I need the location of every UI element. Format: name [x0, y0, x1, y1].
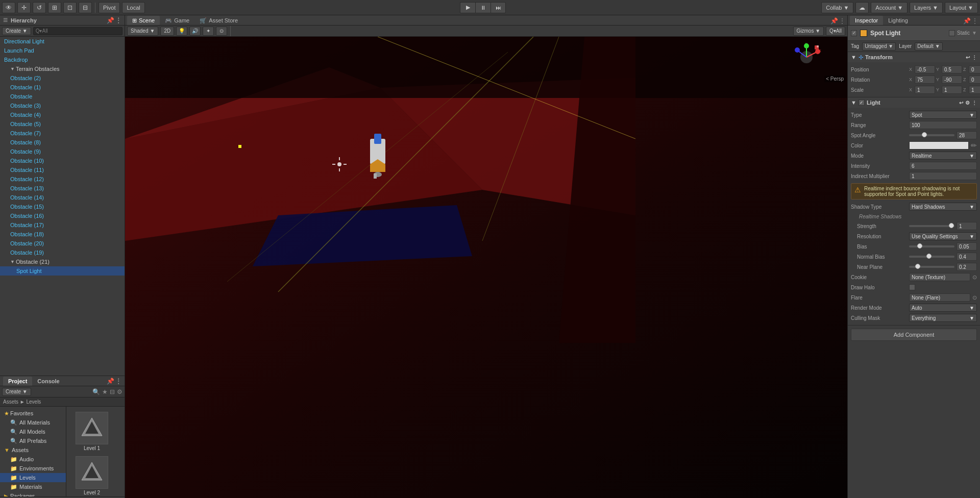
light-enabled-checkbox[interactable]: ✓	[859, 99, 865, 106]
tab-asset-store[interactable]: 🛒 Asset Store	[194, 16, 243, 25]
rot-y[interactable]: -90	[942, 76, 962, 84]
light-menu[interactable]: ⋮	[972, 100, 977, 106]
layout-button[interactable]: Layout ▼	[945, 2, 978, 13]
normal-bias-value[interactable]: 0.4	[957, 253, 977, 261]
list-item[interactable]: Obstacle	[0, 92, 125, 101]
sidebar-assets[interactable]: ▼ Assets	[0, 445, 66, 455]
list-item[interactable]: Launch Pad	[0, 46, 125, 55]
rot-z[interactable]: 0	[969, 76, 980, 84]
tab-console[interactable]: Console	[32, 377, 64, 386]
light-header[interactable]: ▼ ✓ Light ↩ ⚙ ⋮	[848, 97, 980, 108]
static-dropdown[interactable]: ▼	[972, 30, 977, 36]
light-reset[interactable]: ↩	[959, 100, 963, 106]
transform-menu[interactable]: ⋮	[972, 55, 977, 60]
near-plane-value[interactable]: 0.2	[957, 263, 977, 271]
mode-dropdown[interactable]: Realtime ▼	[909, 152, 977, 160]
project-settings-icon[interactable]: ⚙	[117, 388, 122, 395]
strength-slider[interactable]	[909, 225, 954, 227]
sidebar-all-prefabs[interactable]: 🔍 All Prefabs	[0, 436, 66, 445]
scene-effects-icon[interactable]: ✦	[203, 27, 214, 36]
scale-z[interactable]: 1	[969, 86, 980, 94]
pause-button[interactable]: ⏸	[475, 2, 491, 13]
list-item[interactable]: Obstacle (13)	[0, 184, 125, 193]
list-item[interactable]: Directional Light	[0, 37, 125, 46]
color-picker-icon[interactable]: ✏	[971, 141, 977, 150]
list-item[interactable]: ▼Obstacle (21)	[0, 257, 125, 266]
pivot-button[interactable]: Pivot	[99, 2, 120, 13]
play-button[interactable]: ▶	[460, 2, 475, 13]
rot-x[interactable]: 75	[915, 76, 935, 84]
shading-dropdown[interactable]: Shaded ▼	[127, 27, 158, 36]
layer-dropdown[interactable]: Default ▼	[915, 42, 942, 51]
strength-value[interactable]: 1	[957, 222, 977, 230]
list-item[interactable]: Obstacle (19)	[0, 248, 125, 257]
bias-slider[interactable]	[909, 245, 954, 247]
bias-thumb[interactable]	[917, 243, 922, 248]
pos-z[interactable]: 0	[969, 65, 980, 73]
step-button[interactable]: ⏭	[491, 2, 506, 13]
tab-lighting[interactable]: Lighting	[883, 16, 913, 25]
range-value[interactable]: 100	[909, 121, 977, 129]
refresh-icon[interactable]: ↺	[33, 2, 46, 13]
inspector-menu[interactable]: ⋮	[972, 17, 978, 24]
asset-level1[interactable]: Level 1	[71, 412, 112, 451]
project-menu[interactable]: ⋮	[115, 378, 121, 385]
scene-light-icon[interactable]: 💡	[176, 27, 187, 36]
hierarchy-spot-light[interactable]: Spot Light	[0, 266, 125, 276]
list-item[interactable]: Obstacle (7)	[0, 129, 125, 138]
sidebar-environments[interactable]: 📁 Environments	[0, 464, 66, 473]
eye-icon[interactable]: 👁	[2, 2, 15, 13]
intensity-value[interactable]: 6	[909, 162, 977, 170]
static-checkbox[interactable]	[949, 30, 955, 36]
hierarchy-pin[interactable]: 📌	[107, 17, 114, 24]
list-item[interactable]: ▼Terrain Obstacles	[0, 64, 125, 73]
list-item[interactable]: Obstacle (20)	[0, 239, 125, 248]
rect-icon[interactable]: ⊟	[79, 2, 92, 13]
list-item[interactable]: Obstacle (3)	[0, 101, 125, 110]
spot-angle-value[interactable]: 28	[957, 131, 977, 139]
scale-icon[interactable]: ⊡	[63, 2, 77, 13]
transform-header[interactable]: ▼ ⊹ Transform ↩ ⋮	[848, 52, 980, 62]
tab-scene[interactable]: ⊞ Scene	[127, 16, 160, 25]
layers-button[interactable]: Layers ▼	[910, 2, 943, 13]
flare-value[interactable]: None (Flare)	[909, 293, 970, 302]
list-item[interactable]: Obstacle (10)	[0, 156, 125, 165]
tab-game[interactable]: 🎮 Game	[160, 16, 194, 25]
list-item[interactable]: Obstacle (4)	[0, 110, 125, 119]
list-item[interactable]: Obstacle (15)	[0, 202, 125, 211]
sidebar-materials[interactable]: 📁 Materials	[0, 482, 66, 491]
normal-bias-thumb[interactable]	[926, 254, 932, 259]
cookie-value[interactable]: None (Texture)	[909, 273, 970, 281]
cookie-picker[interactable]: ⊙	[972, 274, 977, 281]
project-create-btn[interactable]: Create ▼	[2, 388, 31, 396]
list-item[interactable]: Obstacle (11)	[0, 165, 125, 175]
scale-x[interactable]: 1	[915, 86, 935, 94]
list-item[interactable]: Obstacle (9)	[0, 147, 125, 156]
near-plane-thumb[interactable]	[915, 264, 920, 269]
tab-project[interactable]: Project	[3, 377, 32, 386]
select-icon[interactable]: ⊞	[48, 2, 61, 13]
transform-reset[interactable]: ↩	[966, 55, 970, 60]
list-item[interactable]: Obstacle (17)	[0, 220, 125, 230]
scene-audio-icon[interactable]: 🔊	[189, 27, 201, 36]
scene-hidden-icon[interactable]: ⊙	[216, 27, 227, 36]
near-plane-slider[interactable]	[909, 266, 954, 268]
project-fav-icon[interactable]: ★	[102, 388, 108, 395]
strength-thumb[interactable]	[949, 223, 954, 228]
list-item[interactable]: Obstacle (14)	[0, 193, 125, 202]
local-button[interactable]: Local	[122, 2, 144, 13]
scene-gizmo-widget[interactable]: Y X	[791, 42, 822, 72]
project-pin[interactable]: 📌	[107, 378, 114, 385]
resolution-dropdown[interactable]: Use Quality Settings ▼	[909, 232, 977, 240]
list-item[interactable]: Obstacle (1)	[0, 83, 125, 92]
list-item[interactable]: Backdrop	[0, 55, 125, 64]
spot-angle-slider[interactable]	[909, 134, 954, 136]
bias-value[interactable]: 0.05	[957, 242, 977, 251]
account-button[interactable]: Account ▼	[871, 2, 908, 13]
scale-y[interactable]: 1	[942, 86, 962, 94]
culling-dropdown[interactable]: Everything ▼	[909, 314, 977, 322]
pos-x[interactable]: -0.5	[915, 65, 935, 73]
scene-menu[interactable]: ⋮	[839, 17, 845, 24]
draw-halo-checkbox[interactable]	[909, 284, 915, 290]
scene-pin[interactable]: 📌	[830, 17, 838, 24]
